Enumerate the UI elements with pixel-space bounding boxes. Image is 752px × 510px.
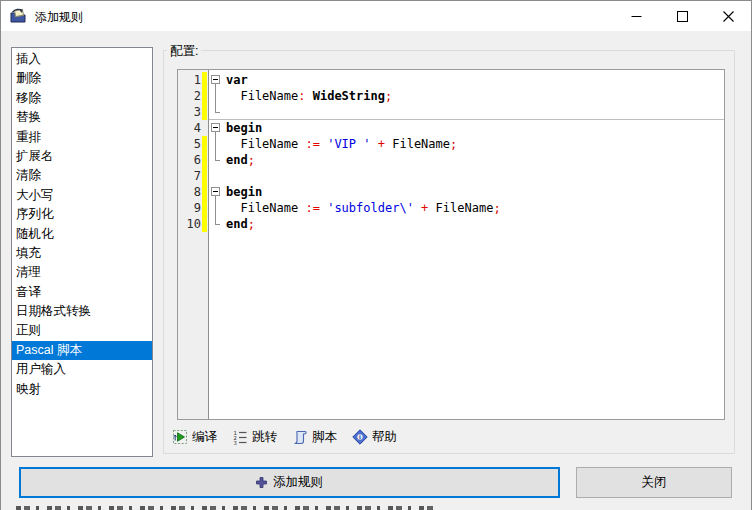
- gutter-line-number: 2: [178, 88, 201, 104]
- code-text: FileName: WideString;: [226, 88, 392, 104]
- fold-connector: [215, 88, 216, 104]
- compile-icon: [172, 429, 188, 445]
- maximize-icon: [677, 11, 688, 22]
- change-flag: [202, 168, 207, 184]
- window-title: 添加规则: [35, 9, 83, 26]
- code-text: end;: [226, 216, 255, 232]
- sidebar-item[interactable]: 音译: [12, 283, 152, 302]
- add-rule-button[interactable]: 添加规则: [19, 467, 560, 498]
- toolbar-button-label: 编译: [192, 429, 217, 446]
- config-label: 配置:: [167, 43, 201, 60]
- gutter-line-number: 7: [178, 168, 201, 184]
- close-dialog-button[interactable]: 关闭: [576, 467, 732, 498]
- close-button[interactable]: [705, 1, 751, 31]
- maximize-button[interactable]: [659, 1, 705, 31]
- code-line: 3: [178, 104, 724, 120]
- change-flag: [202, 136, 207, 152]
- help-icon: i: [352, 429, 368, 445]
- gutter-line-number: 10: [178, 216, 201, 232]
- code-line: 5 FileName := 'VIP ' + FileName;: [178, 136, 724, 152]
- sidebar-item[interactable]: 插入: [12, 50, 152, 69]
- editor-toolbar: 编译123跳转脚本i帮助: [168, 427, 408, 447]
- rule-type-listbox[interactable]: 插入删除移除替换重排扩展名清除大小写序列化随机化填充清理音译日期格式转换正则Pa…: [11, 47, 153, 457]
- toolbar-button-label: 跳转: [252, 429, 277, 446]
- window-controls: [613, 1, 751, 31]
- minimize-button[interactable]: [613, 1, 659, 31]
- code-line: 6end;: [178, 152, 724, 168]
- sidebar-item[interactable]: 扩展名: [12, 147, 152, 166]
- sidebar-item[interactable]: Pascal 脚本: [12, 341, 152, 360]
- sidebar-item[interactable]: 删除: [12, 69, 152, 88]
- fold-collapse-icon[interactable]: [211, 75, 220, 84]
- change-flag: [202, 104, 207, 120]
- fold-connector: [215, 136, 216, 152]
- goto-line-button[interactable]: 123跳转: [228, 428, 281, 447]
- compile-button[interactable]: 编译: [168, 428, 221, 447]
- toolbar-button-label: 帮助: [372, 429, 397, 446]
- code-line: 8begin: [178, 184, 724, 200]
- sidebar-item[interactable]: 重排: [12, 128, 152, 147]
- change-flag: [202, 88, 207, 104]
- code-line: 1var: [178, 72, 724, 88]
- gutter-line-number: 9: [178, 200, 201, 216]
- gutter-line-number: 6: [178, 152, 201, 168]
- code-text: FileName := 'subfolder\' + FileName;: [226, 200, 501, 216]
- code-text: begin: [226, 120, 262, 136]
- code-line: 10end;: [178, 216, 724, 232]
- gutter-line-number: 3: [178, 104, 201, 120]
- sidebar-item[interactable]: 替换: [12, 108, 152, 127]
- fold-collapse-icon[interactable]: [211, 187, 220, 196]
- code-text: begin: [226, 184, 262, 200]
- sidebar-item[interactable]: 正则: [12, 321, 152, 340]
- svg-text:3: 3: [234, 440, 237, 446]
- code-line: 4begin: [178, 120, 724, 136]
- script-icon: [292, 429, 308, 445]
- help-button[interactable]: i帮助: [348, 428, 401, 447]
- code-text: var: [226, 72, 248, 88]
- sidebar-item[interactable]: 移除: [12, 89, 152, 108]
- add-rule-label: 添加规则: [273, 474, 323, 491]
- close-dialog-label: 关闭: [642, 474, 667, 491]
- sidebar-item[interactable]: 序列化: [12, 205, 152, 224]
- code-text: end;: [226, 152, 255, 168]
- clipped-bottom-text: [16, 506, 436, 510]
- fold-connector-end: [215, 112, 220, 113]
- title-bar: 添加规则: [1, 1, 751, 31]
- sidebar-item[interactable]: 清理: [12, 263, 152, 282]
- script-button[interactable]: 脚本: [288, 428, 341, 447]
- sidebar-item[interactable]: 用户输入: [12, 360, 152, 379]
- change-flag: [202, 72, 207, 88]
- fold-connector-end: [215, 224, 220, 225]
- toolbar-button-label: 脚本: [312, 429, 337, 446]
- gutter-line-number: 8: [178, 184, 201, 200]
- sidebar-item[interactable]: 随机化: [12, 225, 152, 244]
- add-rule-dialog: 添加规则 插入删除移除替换重排扩展名清除大小写序列化随机化填充清理音译日期格式转…: [0, 0, 752, 510]
- sidebar-item[interactable]: 大小写: [12, 186, 152, 205]
- svg-text:i: i: [359, 433, 361, 440]
- gutter-line-number: 5: [178, 136, 201, 152]
- close-icon: [723, 11, 734, 22]
- gutter-line-number: 1: [178, 72, 201, 88]
- gutter-line-number: 4: [178, 120, 201, 136]
- change-flag: [202, 200, 207, 216]
- fold-connector: [215, 200, 216, 216]
- app-icon: [10, 8, 26, 24]
- script-editor[interactable]: 1var2 FileName: WideString;34begin5 File…: [177, 69, 725, 420]
- minimize-icon: [631, 11, 642, 22]
- change-flag: [202, 152, 207, 168]
- code-line: 2 FileName: WideString;: [178, 88, 724, 104]
- change-flag: [202, 184, 207, 200]
- sidebar-item[interactable]: 日期格式转换: [12, 302, 152, 321]
- code-line: 9 FileName := 'subfolder\' + FileName;: [178, 200, 724, 216]
- change-flag: [202, 216, 207, 232]
- plus-icon: [256, 477, 267, 488]
- code-text: FileName := 'VIP ' + FileName;: [226, 136, 457, 152]
- goto-line-icon: 123: [232, 429, 248, 445]
- sidebar-item[interactable]: 清除: [12, 166, 152, 185]
- sidebar-item[interactable]: 映射: [12, 380, 152, 399]
- fold-collapse-icon[interactable]: [211, 123, 220, 132]
- code-line: 7: [178, 168, 724, 184]
- sidebar-item[interactable]: 填充: [12, 244, 152, 263]
- fold-connector-end: [215, 160, 220, 161]
